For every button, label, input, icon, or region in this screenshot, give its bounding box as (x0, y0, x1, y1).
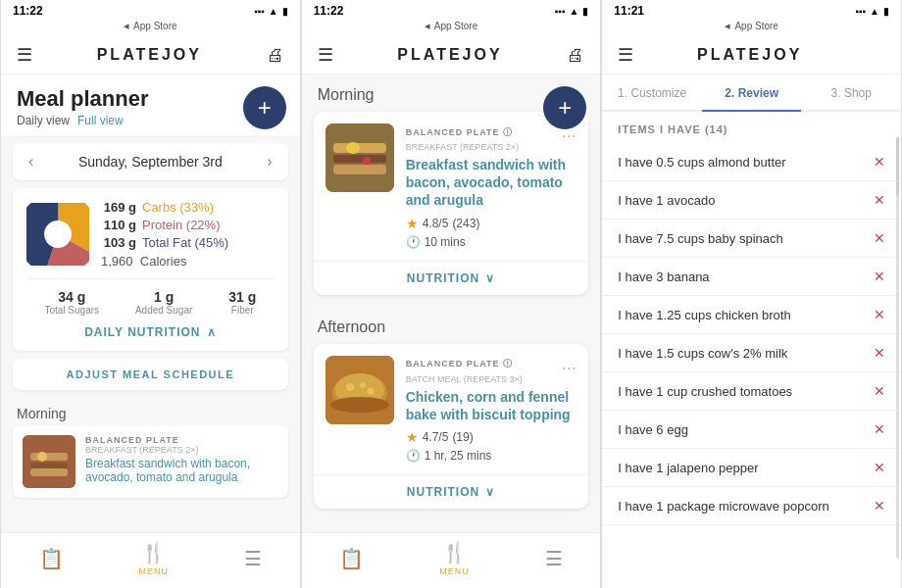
calories-row: 1,960 Calories (101, 254, 275, 269)
menu-icon-2[interactable]: ☰ (318, 44, 333, 66)
item-remove-button[interactable]: ✕ (874, 421, 885, 437)
item-remove-button[interactable]: ✕ (874, 383, 885, 399)
app-store-label-3: App Store (734, 21, 777, 31)
daily-nutrition-button[interactable]: DAILY NUTRITION ∧ (26, 325, 275, 339)
tab-filter-1[interactable]: ☰ (244, 547, 262, 570)
afternoon-header-2: Afternoon (302, 307, 601, 344)
added-sugar-amount: 1 g (135, 289, 192, 305)
nav-bar-2: ☰ PLATEJOY 🖨 (302, 36, 601, 74)
nutrition-toggle-morning[interactable]: NUTRITION ∨ (314, 261, 589, 295)
add-meal-button-1[interactable]: + (243, 86, 286, 129)
tab-filter-2[interactable]: ☰ (545, 547, 563, 570)
info-icon-morning: ⓘ (503, 127, 513, 137)
item-text: I have 3 banana (618, 270, 709, 284)
next-day-button[interactable]: › (267, 153, 272, 171)
phone1: 11:22 ▪▪▪ ▲ ▮ ◂ App Store ☰ PLATEJOY 🖨 M… (0, 0, 301, 588)
svg-rect-11 (333, 165, 386, 174)
added-sugar-stat: 1 g Added Sugar (135, 289, 192, 316)
fiber-stat: 31 g Fiber (228, 289, 256, 316)
svg-rect-10 (333, 155, 386, 163)
nutrition-stats: 169 g Carbs (33%) 110 g Protein (22%) 10… (101, 200, 275, 269)
status-bar-1: 11:22 ▪▪▪ ▲ ▮ (1, 0, 300, 20)
print-icon-1[interactable]: 🖨 (267, 45, 284, 66)
tab-customize[interactable]: 1. Customize (602, 74, 702, 112)
meal-title-afternoon[interactable]: Chicken, corn and fennel bake with biscu… (406, 388, 577, 423)
item-remove-button[interactable]: ✕ (874, 269, 885, 284)
item-remove-button[interactable]: ✕ (874, 498, 885, 514)
print-icon-2[interactable]: 🖨 (567, 45, 584, 66)
svg-point-20 (330, 397, 389, 413)
item-text: I have 1.5 cups cow's 2% milk (618, 346, 787, 361)
item-text: I have 1 cup crushed tomatoes (618, 384, 792, 399)
adjust-meal-schedule-button[interactable]: ADJUST MEAL SCHEDULE (13, 359, 288, 390)
item-row: I have 3 banana✕ (602, 258, 901, 296)
item-remove-button[interactable]: ✕ (874, 154, 885, 170)
meal-title-morning[interactable]: Breakfast sandwich with bacon, avocado, … (406, 156, 577, 210)
item-remove-button[interactable]: ✕ (874, 345, 885, 361)
tab-menu-1[interactable]: 🍴 MENU (139, 541, 170, 576)
tab-list-2[interactable]: 📋 (339, 547, 364, 570)
fat-row: 103 g Total Fat (45%) (101, 235, 275, 250)
menu-icon-3[interactable]: ☰ (618, 44, 633, 66)
balanced-plate-badge-morning: BALANCED PLATE ⓘ (406, 126, 513, 139)
status-icons-3: ▪▪▪ ▲ ▮ (855, 6, 889, 17)
meal-card-info-morning: BALANCED PLATE ⓘ … BREAKFAST (REPEATS 2×… (406, 123, 577, 249)
item-text: I have 1 avocado (618, 193, 715, 208)
rating-reviews-morning: (243) (452, 217, 479, 230)
scrollbar-thumb[interactable] (896, 137, 899, 196)
item-row: I have 6 egg✕ (602, 411, 901, 449)
added-sugar-label: Added Sugar (135, 305, 192, 316)
tab-shop[interactable]: 3. Shop (801, 74, 901, 112)
signal-icon: ▪▪▪ (254, 6, 265, 17)
wifi-icon-2: ▲ (569, 6, 578, 17)
chevron-down-icon-afternoon: ∨ (485, 485, 495, 499)
back-arrow-3[interactable]: ◂ (725, 20, 730, 32)
filter-icon-1: ☰ (244, 547, 262, 570)
phone2-content: Morning (302, 74, 601, 532)
meal-options-button-afternoon[interactable]: … (561, 356, 576, 373)
clock-icon-morning: 🕐 (406, 235, 421, 249)
app-store-label-1: App Store (133, 21, 176, 31)
meal-repeat-afternoon: BATCH MEAL (REPEATS 3×) (406, 374, 577, 384)
nutrition-main: 169 g Carbs (33%) 110 g Protein (22%) 10… (26, 200, 275, 269)
nutrition-toggle-afternoon[interactable]: NUTRITION ∨ (314, 474, 589, 509)
sugars-amount: 34 g (44, 289, 99, 305)
phone2: 11:22 ▪▪▪ ▲ ▮ ◂ App Store ☰ PLATEJOY 🖨 +… (301, 0, 602, 588)
item-remove-button[interactable]: ✕ (874, 230, 885, 246)
item-row: I have 1 cup crushed tomatoes✕ (602, 372, 901, 411)
time-1: 11:22 (13, 4, 43, 18)
item-remove-button[interactable]: ✕ (874, 192, 885, 208)
phone3-content: ITEMS I HAVE (14) I have 0.5 cups almond… (602, 112, 901, 588)
star-icon-afternoon: ★ (406, 429, 419, 445)
app-store-bar-2: ◂ App Store (302, 20, 601, 36)
item-remove-button[interactable]: ✕ (874, 460, 885, 475)
morning-meal-card-2[interactable]: BALANCED PLATE ⓘ … BREAKFAST (REPEATS 2×… (314, 112, 589, 295)
tab-list-1[interactable]: 📋 (39, 547, 64, 570)
menu-tab-icon-1: 🍴 (141, 541, 166, 564)
status-icons-1: ▪▪▪ ▲ ▮ (254, 6, 288, 17)
meal-name-small[interactable]: Breakfast sandwich with bacon, avocado, … (85, 457, 278, 484)
tab-menu-2[interactable]: 🍴 MENU (439, 541, 470, 576)
back-arrow-2[interactable]: ◂ (425, 20, 430, 32)
svg-point-13 (363, 157, 371, 165)
signal-icon-2: ▪▪▪ (555, 6, 566, 17)
item-row: I have 0.5 cups almond butter✕ (602, 143, 901, 181)
view-full-link[interactable]: Full view (77, 114, 124, 127)
meal-repeat-morning: BREAKFAST (REPEATS 2×) (406, 142, 577, 152)
afternoon-meal-card-2[interactable]: BALANCED PLATE ⓘ … BATCH MEAL (REPEATS 3… (314, 344, 589, 509)
morning-meal-card[interactable]: BALANCED PLATE BREAKFAST (REPEATS 2×) Br… (13, 425, 288, 498)
prev-day-button[interactable]: ‹ (28, 153, 33, 171)
menu-tab-label-2: MENU (439, 566, 470, 576)
clock-icon-afternoon: 🕐 (406, 449, 421, 463)
item-text: I have 0.5 cups almond butter (618, 155, 785, 170)
protein-label: Protein (22%) (142, 218, 220, 232)
phone1-content: Meal planner Daily view Full view + ‹ Su… (1, 74, 300, 532)
menu-icon-1[interactable]: ☰ (17, 44, 32, 66)
sugars-label: Total Sugars (44, 305, 99, 316)
view-daily-link[interactable]: Daily view (17, 114, 70, 127)
back-arrow-1[interactable]: ◂ (124, 20, 129, 32)
tab-review[interactable]: 2. Review (702, 74, 802, 112)
meal-thumb-afternoon (326, 356, 394, 424)
item-remove-button[interactable]: ✕ (874, 307, 885, 322)
app-store-bar-3: ◂ App Store (602, 20, 901, 36)
